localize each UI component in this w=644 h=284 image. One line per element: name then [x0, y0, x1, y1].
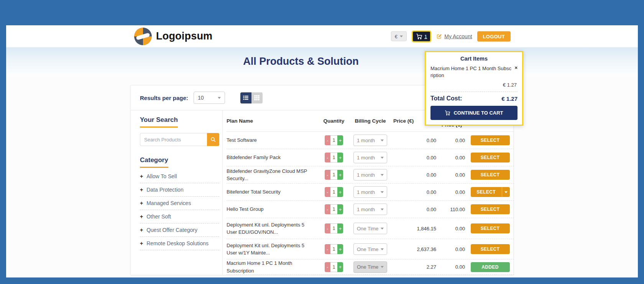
results-per-page-select[interactable]: 10: [194, 92, 225, 104]
quantity-increase-button[interactable]: +: [337, 223, 343, 233]
table-row: Deployment Kit unl. Deployments 5 User E…: [227, 218, 514, 239]
category-section-title: Category: [140, 156, 168, 168]
billing-cycle-select[interactable]: One Time: [353, 243, 387, 255]
quantity-increase-button[interactable]: +: [337, 135, 343, 145]
category-item-remote-deskop-solutions[interactable]: Remote Deskop Solutions: [140, 237, 219, 250]
quantity-increase-button[interactable]: +: [337, 187, 343, 197]
app-window: Logoipsum € 1 My Account LOGO: [6, 25, 638, 277]
quantity-value[interactable]: 1: [330, 223, 337, 233]
chevron-down-icon: [504, 191, 508, 193]
quantity-decrease-button[interactable]: -: [325, 153, 330, 163]
category-label: Allow To Sell: [146, 173, 177, 179]
quantity-decrease-button[interactable]: -: [325, 204, 330, 214]
select-dropdown-toggle[interactable]: [502, 187, 510, 197]
search-button[interactable]: [207, 133, 219, 146]
quantity-increase-button[interactable]: +: [337, 153, 343, 163]
select-button[interactable]: SELECT: [471, 170, 510, 180]
plus-icon: [140, 200, 143, 206]
table-row: Test Software - 1 + 1 month 0.00 0.00 SE…: [227, 132, 514, 149]
chevron-down-icon: [400, 35, 403, 37]
currency-dropdown[interactable]: €: [391, 31, 407, 41]
select-button[interactable]: SELECT: [471, 135, 510, 145]
search-input[interactable]: [140, 133, 207, 146]
content-area: Results per page: 10: [6, 76, 638, 277]
quantity-increase-button[interactable]: +: [337, 170, 343, 180]
quantity-increase-button[interactable]: +: [337, 204, 343, 214]
chevron-down-icon: [381, 140, 384, 141]
quantity-increase-button[interactable]: +: [337, 262, 343, 272]
quantity-decrease-button[interactable]: -: [325, 170, 330, 180]
category-item-allow-to-sell[interactable]: Allow To Sell: [140, 170, 219, 183]
continue-to-cart-button[interactable]: CONTINUE TO CART: [430, 106, 518, 120]
quantity-decrease-button[interactable]: -: [325, 135, 330, 145]
plus-icon: [140, 187, 143, 193]
quantity-increase-button[interactable]: +: [337, 244, 343, 254]
billing-cycle-select[interactable]: 1 month: [353, 152, 387, 163]
search-bar: [140, 133, 219, 146]
category-label: Data Protection: [146, 187, 184, 193]
quantity-value[interactable]: 1: [330, 170, 337, 180]
quantity-decrease-button[interactable]: -: [325, 262, 330, 272]
billing-cycle-select[interactable]: One Time: [353, 261, 387, 273]
billing-cycle-value: 1 month: [357, 207, 375, 212]
quantity-stepper: - 1 +: [325, 262, 343, 272]
quantity-decrease-button[interactable]: -: [325, 244, 330, 254]
quantity-value[interactable]: 1: [330, 135, 337, 145]
cart-total-row: Total Cost: € 1.27: [430, 95, 518, 102]
quantity-decrease-button[interactable]: -: [325, 187, 330, 197]
category-item-quest-offer-category[interactable]: Quest Offer Category: [140, 223, 219, 237]
plan-name: Hello Test Group: [227, 205, 320, 213]
category-label: Other Soft: [146, 213, 171, 220]
quantity-value[interactable]: 1: [330, 244, 337, 254]
select-button[interactable]: SELECT: [471, 153, 510, 163]
quantity-value[interactable]: 1: [330, 153, 337, 163]
quantity-stepper: - 1 +: [325, 244, 343, 254]
category-item-managed-services[interactable]: Managed Services: [140, 197, 219, 210]
price-value: 0.00: [393, 138, 437, 143]
cart-icon: [416, 33, 422, 39]
category-label: Managed Services: [146, 200, 191, 206]
quantity-stepper: - 1 +: [325, 204, 343, 214]
billing-cycle-value: One Time: [357, 246, 378, 252]
billing-cycle-select[interactable]: 1 month: [353, 186, 387, 198]
select-button[interactable]: SELECT: [471, 244, 510, 254]
quantity-stepper: - 1 +: [325, 153, 343, 163]
chevron-down-icon: [381, 228, 384, 230]
quantity-value[interactable]: 1: [330, 204, 337, 214]
billing-cycle-select[interactable]: One Time: [353, 223, 387, 234]
price-value: 0.00: [437, 155, 466, 161]
logout-button[interactable]: LOGOUT: [477, 31, 511, 41]
my-account-link[interactable]: My Account: [436, 33, 472, 39]
plan-name: Bitefender Total Security: [227, 188, 320, 196]
category-item-data-protection[interactable]: Data Protection: [140, 183, 219, 197]
my-account-label: My Account: [444, 33, 472, 39]
plan-name: Bitdefender GravityZone Cloud MSP Securi…: [227, 167, 320, 182]
quantity-value[interactable]: 1: [330, 187, 337, 197]
cart-icon: [445, 110, 450, 116]
grid-view-button[interactable]: [251, 92, 263, 103]
chevron-down-icon: [381, 248, 384, 250]
select-button[interactable]: SELECT: [471, 187, 502, 197]
total-cost-value: € 1.27: [501, 95, 518, 102]
billing-cycle-select[interactable]: 1 month: [353, 204, 387, 215]
price-value: 0.00: [437, 189, 466, 195]
quantity-stepper: - 1 +: [325, 187, 343, 197]
remove-item-icon[interactable]: ×: [514, 65, 518, 70]
price-value: 1,846.15: [393, 226, 437, 231]
chevron-down-icon: [381, 174, 384, 176]
list-view-button[interactable]: [240, 92, 251, 103]
results-per-page-label: Results per page:: [140, 95, 188, 101]
billing-cycle-select[interactable]: 1 month: [353, 135, 387, 146]
grid-view-icon: [253, 94, 260, 101]
added-button[interactable]: ADDED: [471, 262, 510, 272]
price-value: 0.00: [437, 226, 466, 231]
select-button[interactable]: SELECT: [471, 223, 510, 233]
quantity-value[interactable]: 1: [330, 262, 337, 272]
price-value: 110.00: [437, 207, 466, 212]
category-item-other-soft[interactable]: Other Soft: [140, 210, 219, 223]
view-toggle: [240, 92, 263, 103]
quantity-decrease-button[interactable]: -: [325, 223, 330, 233]
cart-button[interactable]: 1: [412, 30, 431, 42]
billing-cycle-select[interactable]: 1 month: [353, 169, 387, 181]
select-button[interactable]: SELECT: [471, 204, 510, 214]
